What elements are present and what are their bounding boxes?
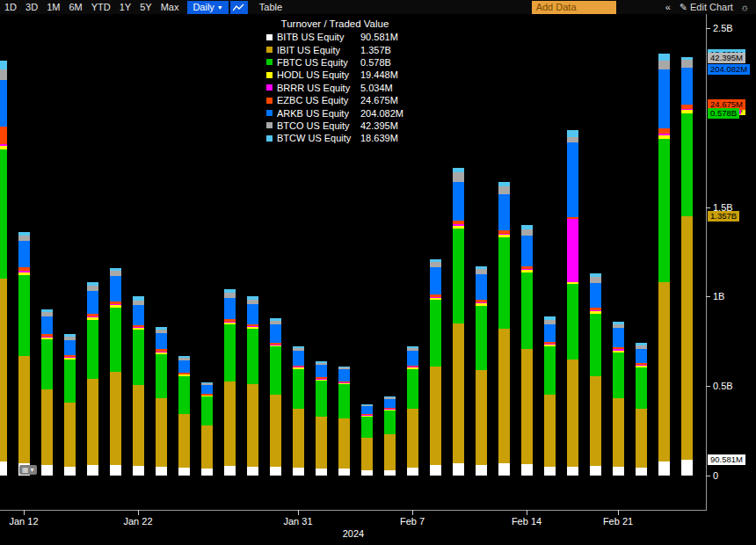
stacked-bar[interactable] [0,61,7,476]
stacked-bar[interactable] [681,57,693,476]
legend-item[interactable]: BTCW US Equity18.639M [266,132,403,144]
bar-segment-bitb [133,466,144,476]
legend-series-name: HODL US Equity [277,69,356,80]
range-button-1d[interactable]: 1D [0,0,21,14]
chart-legend: Turnover / Traded Value BITB US Equity90… [261,16,412,149]
stacked-bar[interactable] [476,266,487,476]
stacked-bar[interactable] [338,367,350,476]
stacked-bar[interactable] [658,54,670,476]
bar-segment-fbtc [384,411,396,434]
bar-segment-btco [658,61,670,69]
frequency-dropdown[interactable]: Daily ▼ [187,1,228,14]
legend-item[interactable]: EZBC US Equity24.675M [266,94,403,106]
edit-chart-button[interactable]: ✎ Edit Chart [674,2,738,13]
bar-segment-ibit [247,384,258,467]
bar-segment-btcw [0,61,7,69]
range-button-1y[interactable]: 1Y [115,0,135,14]
stacked-bar[interactable] [636,343,647,476]
bar-segment-bitb [544,467,556,476]
stacked-bar[interactable] [201,382,213,476]
stacked-bar[interactable] [41,309,53,476]
bar-segment-bitb [87,465,98,476]
stacked-bar[interactable] [430,259,441,476]
stacked-bar[interactable] [64,334,76,476]
stacked-bar[interactable] [293,346,304,476]
bar-segment-bitb [613,467,624,476]
stacked-bar[interactable] [453,168,464,476]
bar-segment-ibit [681,216,693,459]
bar-segment-bitb [41,465,53,476]
chart-settings-icon[interactable]: ☼ [738,2,756,12]
stacked-bar[interactable] [18,232,30,476]
stacked-bar[interactable] [361,404,373,476]
bar-segment-arkb [270,324,281,342]
bar-segment-bitb [453,463,464,476]
line-chart-icon [233,4,244,11]
stacked-bar[interactable] [247,296,258,476]
stacked-bar[interactable] [110,268,121,476]
stacked-bar[interactable] [224,289,236,476]
chart-plot-area[interactable]: Turnover / Traded Value BITB US Equity90… [0,14,706,510]
bar-segment-ibit [521,349,533,463]
chevron-down-icon: ▼ [217,1,223,14]
bar-segment-bitb [110,465,121,476]
stacked-bar[interactable] [407,346,418,476]
stacked-bar[interactable] [133,296,144,476]
legend-item[interactable]: ARKB US Equity204.082M [266,106,403,119]
range-button-ytd[interactable]: YTD [87,0,115,14]
stacked-bar[interactable] [178,356,190,476]
range-button-5y[interactable]: 5Y [135,0,156,14]
x-tick-label: Jan 22 [123,516,152,527]
bar-segment-ibit [110,372,121,465]
bar-segment-bitb [476,465,487,476]
legend-series-name: EZBC US Equity [277,95,356,105]
range-button-6m[interactable]: 6M [64,0,86,14]
table-button[interactable]: Table [255,0,287,14]
y-tick-label: 0.5B [713,381,733,391]
stacked-bar[interactable] [316,361,327,476]
bar-segment-ibit [316,417,327,469]
bar-segment-fbtc [224,324,236,382]
add-data-field[interactable]: Add Data [532,1,616,14]
stacked-bar[interactable] [156,327,167,476]
legend-item[interactable]: HODL US Equity19.448M [266,69,403,81]
bar-segment-bitb [658,461,670,476]
legend-item[interactable]: FBTC US Equity0.578B [266,56,403,69]
range-button-3d[interactable]: 3D [21,0,42,14]
chart-type-button[interactable] [230,1,248,14]
legend-item[interactable]: IBIT US Equity1.357B [266,43,403,55]
stacked-bar[interactable] [521,225,533,476]
stacked-bar[interactable] [270,318,281,476]
y-tick-mark [706,386,710,387]
bar-segment-arkb [544,324,556,342]
stacked-bar[interactable] [590,273,601,476]
collapse-panel-icon[interactable]: « [662,2,674,12]
bar-segment-arkb [521,236,533,266]
bar-segment-arkb [681,68,693,105]
chart-tools-toggle[interactable]: ▦ ▾ [19,465,37,475]
bar-segment-ibit [430,367,441,465]
legend-swatch [266,34,273,40]
bar-segment-arkb [64,340,76,354]
y-tick-mark [706,296,710,297]
stacked-bar[interactable] [567,130,578,476]
stacked-bar[interactable] [87,282,98,476]
pencil-icon: ✎ [680,2,687,13]
range-button-max[interactable]: Max [156,0,184,14]
y-tick-label: 0 [713,470,718,481]
bar-segment-arkb [567,142,578,218]
bar-segment-ibit [87,379,98,465]
bar-segment-ibit [453,323,464,463]
bar-segment-arkb [407,351,418,365]
legend-item[interactable]: BRRR US Equity5.034M [266,82,403,94]
stacked-bar[interactable] [613,322,624,476]
stacked-bar[interactable] [384,396,396,476]
bar-segment-fbtc [361,417,373,438]
range-button-1m[interactable]: 1M [42,0,64,14]
stacked-bar[interactable] [498,182,510,476]
legend-item[interactable]: BTCO US Equity42.395M [266,120,403,132]
legend-series-name: IBIT US Equity [277,45,356,55]
x-tick-mark [298,510,299,515]
legend-item[interactable]: BITB US Equity90.581M [266,31,403,43]
stacked-bar[interactable] [544,316,556,476]
